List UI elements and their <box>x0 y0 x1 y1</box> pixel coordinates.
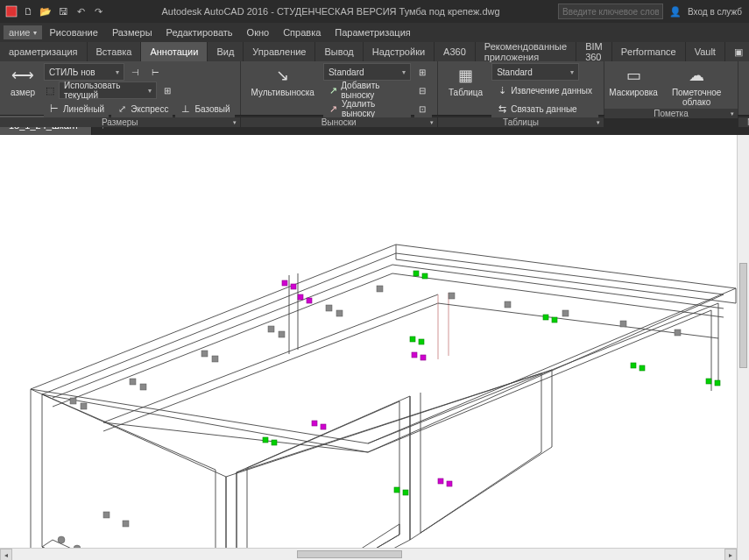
svg-rect-14 <box>562 310 569 316</box>
base-button[interactable]: ⊥Базовый <box>175 100 234 117</box>
svg-rect-25 <box>263 437 268 443</box>
leader-tool-b[interactable]: ⊟ <box>414 82 432 99</box>
menu-help[interactable]: Справка <box>276 25 328 40</box>
svg-rect-10 <box>336 310 343 316</box>
menu-param[interactable]: Параметризация <box>328 25 417 40</box>
linear-icon: ⊢ <box>48 103 60 115</box>
svg-rect-4 <box>140 384 146 390</box>
linear-button[interactable]: ⊢Линейный <box>44 100 109 117</box>
table-button[interactable]: ▦ Таблица <box>443 63 488 99</box>
leader-tool-a[interactable]: ⊞ <box>414 63 432 81</box>
h-scroll-thumb[interactable] <box>297 550 402 558</box>
tab-expand-icon[interactable]: ▣ <box>725 42 749 61</box>
svg-rect-31 <box>410 337 415 342</box>
svg-rect-16 <box>675 330 681 336</box>
tab-a360[interactable]: A360 <box>435 42 476 61</box>
menu-draw[interactable]: Рисование <box>42 25 104 40</box>
svg-rect-34 <box>422 273 427 279</box>
dim-tool-b[interactable]: ⊢ <box>147 63 165 81</box>
svg-rect-3 <box>130 379 136 385</box>
panel-scaling[interactable]: Масштабирование аннотаций <box>738 117 749 127</box>
tab-output[interactable]: Вывод <box>315 42 363 61</box>
tab-annotate[interactable]: Аннотации <box>141 42 208 61</box>
h-scroll-left[interactable]: ◂ <box>0 549 12 560</box>
drawing-viewport[interactable]: ◂ ▸ <box>0 135 749 560</box>
svg-rect-47 <box>438 478 443 484</box>
svg-rect-1 <box>70 398 76 404</box>
qat-open-icon[interactable]: 📂 <box>39 4 53 18</box>
qat-new-icon[interactable]: 🗋 <box>21 4 35 18</box>
link-data-button[interactable]: ⇆Связать данные <box>491 100 598 117</box>
svg-rect-29 <box>543 315 548 320</box>
multileader-button[interactable]: ↘ Мультивыноска <box>246 63 320 99</box>
svg-rect-44 <box>420 355 426 360</box>
qat-redo-icon[interactable]: ↷ <box>91 4 105 18</box>
vertical-scrollbar[interactable] <box>737 135 749 560</box>
revcloud-icon: ☁ <box>686 65 707 86</box>
svg-rect-45 <box>312 421 317 426</box>
base-icon: ⊥ <box>180 103 192 115</box>
link-icon: ⇆ <box>496 103 508 115</box>
dim-tool-c[interactable]: ⊞ <box>159 82 177 99</box>
svg-rect-8 <box>279 331 285 337</box>
leader-style-combo[interactable]: Standard <box>323 63 411 81</box>
tab-featured[interactable]: Рекомендованные приложения <box>476 42 576 61</box>
qat-undo-icon[interactable]: ↶ <box>74 4 88 18</box>
horizontal-scrollbar[interactable]: ◂ ▸ <box>0 548 737 560</box>
ribbon-tabs: араметризация Вставка Аннотации Вид Упра… <box>0 42 749 61</box>
search-input[interactable] <box>558 4 663 19</box>
svg-rect-36 <box>639 365 645 371</box>
svg-rect-30 <box>552 317 557 323</box>
revcloud-button[interactable]: ☁ Пометочное облако <box>661 63 732 109</box>
dimension-icon: ⟷ <box>12 65 33 86</box>
add-leader-button[interactable]: ↗Добавить выноску <box>323 82 411 99</box>
svg-rect-11 <box>377 286 383 292</box>
multileader-icon: ↘ <box>272 65 293 86</box>
leader-tool-c[interactable]: ⊡ <box>414 100 432 117</box>
menu-dropdown[interactable]: ание <box>4 25 42 39</box>
panel-leaders[interactable]: Выноски <box>241 117 437 127</box>
express-icon: ⤢ <box>116 103 128 115</box>
svg-rect-46 <box>321 424 326 429</box>
svg-rect-23 <box>103 512 110 518</box>
tab-view[interactable]: Вид <box>208 42 244 61</box>
extract-icon: ⇣ <box>496 84 508 96</box>
tab-param[interactable]: араметризация <box>0 42 88 61</box>
svg-rect-32 <box>419 339 424 344</box>
tab-bim360[interactable]: BIM 360 <box>576 42 612 61</box>
remove-leader-button[interactable]: ↗Удалить выноску <box>323 100 411 117</box>
tab-manage[interactable]: Управление <box>244 42 315 61</box>
wipeout-button[interactable]: ▭ Маскировка <box>610 63 657 99</box>
menu-edit[interactable]: Редактировать <box>159 25 240 40</box>
qat-save-icon[interactable]: 🖫 <box>56 4 70 18</box>
h-scroll-right[interactable]: ▸ <box>724 549 737 560</box>
panel-tables[interactable]: Таблицы <box>438 117 604 127</box>
signin-icon[interactable]: 👤 <box>668 4 682 18</box>
panel-markup[interactable]: Пометка <box>604 109 738 118</box>
express-button[interactable]: ⤢Экспресс <box>111 100 173 117</box>
extract-data-button[interactable]: ⇣Извлечение данных <box>491 82 598 99</box>
signin-label[interactable]: Вход в служб <box>688 7 742 17</box>
svg-rect-48 <box>447 481 452 486</box>
add-scale-button[interactable]: ⨹ Добавить текущий масштаб <box>744 63 749 116</box>
panel-dimensions[interactable]: Размеры <box>0 117 240 127</box>
v-scroll-thumb[interactable] <box>739 263 747 368</box>
dim-style-combo[interactable]: СТИЛЬ нов <box>44 63 124 81</box>
remove-leader-icon: ↗ <box>328 103 339 115</box>
table-style-combo[interactable]: Standard <box>491 63 579 81</box>
dimension-button[interactable]: ⟷ азмер <box>5 63 40 99</box>
svg-rect-40 <box>291 284 296 289</box>
dim-tool-a[interactable]: ⊣ <box>127 63 145 81</box>
wipeout-icon: ▭ <box>623 65 644 86</box>
tab-vault[interactable]: Vault <box>686 42 725 61</box>
svg-rect-26 <box>272 440 277 445</box>
menu-window[interactable]: Окно <box>240 25 277 40</box>
svg-rect-28 <box>403 490 408 495</box>
tab-insert[interactable]: Вставка <box>88 42 142 61</box>
svg-point-17 <box>58 536 65 543</box>
wireframe-model <box>0 135 749 560</box>
tab-addins[interactable]: Надстройки <box>364 42 435 61</box>
use-current-combo[interactable]: Использовать текущий <box>59 82 157 99</box>
tab-performance[interactable]: Performance <box>612 42 686 61</box>
menu-dimensions[interactable]: Размеры <box>105 25 159 40</box>
